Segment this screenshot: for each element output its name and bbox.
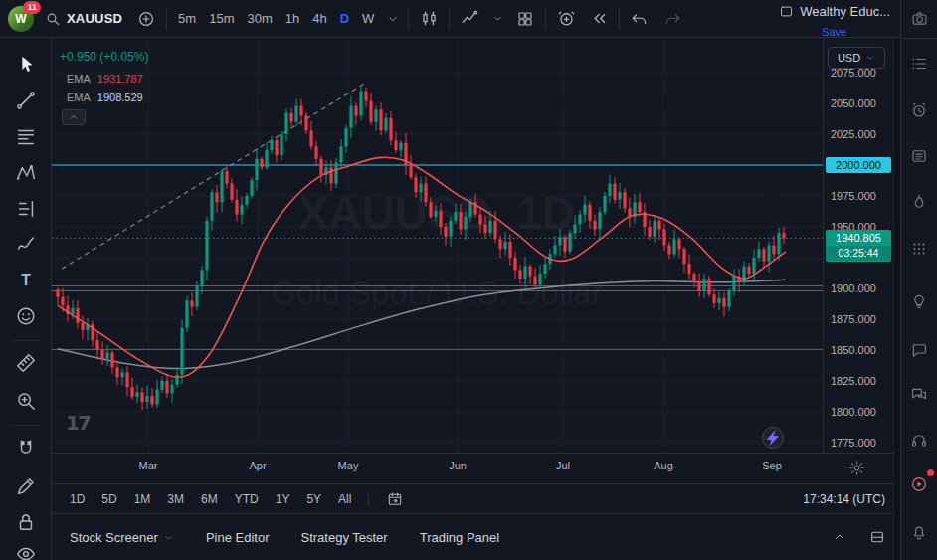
tab-label: Pine Editor <box>206 530 270 545</box>
indicator-legend-row[interactable]: EMA1908.529 <box>60 91 150 104</box>
month-label: Jun <box>441 460 474 471</box>
divider <box>368 492 369 506</box>
layout-grid-icon[interactable] <box>512 6 538 32</box>
price-change-label: +0.950 (+0.05%) <box>60 50 150 64</box>
camera-icon[interactable] <box>906 5 932 31</box>
range-1d[interactable]: 1D <box>70 492 85 506</box>
tab-pine-editor[interactable]: Pine Editor <box>206 530 270 545</box>
tradingview-app: W 11 XAUUSD 5m15m30m1h4hDW Wealthy Educ.… <box>0 0 937 560</box>
symbol-label: XAUUSD <box>67 11 122 26</box>
undo-icon[interactable] <box>627 6 653 32</box>
price-label: 2050.000 <box>831 96 876 110</box>
vertical-scrollbar[interactable] <box>893 38 900 560</box>
chat-cloud-icon[interactable] <box>906 337 932 363</box>
interval-switcher: 5m15m30m1h4hDW <box>174 11 378 26</box>
play-circle-icon[interactable] <box>906 471 932 497</box>
toolbar-divider <box>408 8 409 30</box>
currency-select[interactable]: USD <box>828 47 885 69</box>
save-button[interactable]: Save <box>822 26 846 39</box>
toolbar-divider <box>449 8 450 30</box>
indicator-legend-row[interactable]: EMA1931.787 <box>60 72 150 86</box>
price-label: 1875.000 <box>831 312 876 326</box>
chat-bubbles-icon[interactable] <box>906 382 932 408</box>
news-icon[interactable] <box>906 143 932 169</box>
candle-style-icon[interactable] <box>416 6 442 32</box>
go-to-date-icon[interactable] <box>386 486 404 512</box>
interval-4h[interactable]: 4h <box>312 11 326 26</box>
indicators-icon[interactable] <box>457 6 482 32</box>
tab-stock-screener[interactable]: Stock Screener <box>70 530 174 545</box>
svg-text:Gold Spot / U.S. Dollar: Gold Spot / U.S. Dollar <box>271 275 603 311</box>
range-all[interactable]: All <box>338 492 351 506</box>
bottom-panel-tabs: Stock ScreenerPine EditorStrategy Tester… <box>52 513 893 560</box>
indicator-value: 1908.529 <box>97 92 143 103</box>
lock-icon[interactable] <box>10 506 42 538</box>
layout-title: Wealthy Educ... <box>800 5 890 18</box>
compare-add-icon[interactable] <box>133 6 159 32</box>
range-buttons: 1D5D1M3M6MYTD1Y5YAll <box>70 492 351 506</box>
flame-icon[interactable] <box>906 189 932 215</box>
symbol-search[interactable]: XAUUSD <box>41 5 126 33</box>
text-icon[interactable]: T <box>10 265 42 296</box>
interval-1h[interactable]: 1h <box>285 11 299 26</box>
price-label: 1900.000 <box>831 281 876 295</box>
time-axis[interactable]: MarAprMayJunJulAugSep <box>52 453 893 483</box>
range-6m[interactable]: 6M <box>201 492 218 506</box>
interval-30m[interactable]: 30m <box>247 11 272 26</box>
month-label: Apr <box>241 460 275 471</box>
interval-w[interactable]: W <box>362 11 374 26</box>
layout-menu[interactable]: Wealthy Educ... Save <box>778 0 892 39</box>
lightbulb-icon[interactable] <box>906 288 932 314</box>
redo-icon[interactable] <box>659 6 685 32</box>
collapse-legend-button[interactable] <box>62 109 86 125</box>
watchlist-icon[interactable] <box>906 51 932 77</box>
interval-d[interactable]: D <box>340 11 349 26</box>
brush-icon[interactable] <box>10 229 42 261</box>
range-3m[interactable]: 3M <box>167 492 184 506</box>
interval-5m[interactable]: 5m <box>178 11 196 26</box>
bar-replay-icon[interactable] <box>586 6 612 32</box>
panel-restore-icon[interactable] <box>869 524 885 550</box>
trend-line-icon[interactable] <box>10 85 42 116</box>
eye-icon[interactable] <box>10 538 42 560</box>
date-range-toolbar: 1D5D1M3M6MYTD1Y5YAll 17:34:14 (UTC) <box>52 483 893 513</box>
fib-retracement-icon[interactable] <box>10 121 42 153</box>
zoom-in-icon[interactable] <box>10 385 42 417</box>
headset-icon[interactable] <box>906 428 932 454</box>
range-5d[interactable]: 5D <box>101 492 116 506</box>
tab-strategy-tester[interactable]: Strategy Tester <box>300 530 387 545</box>
cursor-icon[interactable] <box>10 49 42 81</box>
bell-icon[interactable] <box>906 519 932 545</box>
tradingview-logo[interactable]: 17 <box>66 411 90 435</box>
chevron-down-icon[interactable] <box>385 6 401 32</box>
chart-settings-gear-icon[interactable] <box>848 460 866 477</box>
chart-legend: +0.950 (+0.05%) EMA1931.787EMA1908.529 <box>60 50 150 125</box>
interval-15m[interactable]: 15m <box>209 11 234 26</box>
apps-grid-icon[interactable] <box>906 236 932 262</box>
chevron-down-icon[interactable] <box>489 6 505 32</box>
forecast-icon[interactable] <box>10 193 42 225</box>
bar-countdown: 03:25:44 <box>826 246 891 261</box>
range-5y[interactable]: 5Y <box>306 492 321 506</box>
tab-trading-panel[interactable]: Trading Panel <box>420 530 499 545</box>
range-1m[interactable]: 1M <box>134 492 151 506</box>
range-ytd[interactable]: YTD <box>235 492 259 506</box>
chart-region: XAUUSD, 1DGold Spot / U.S. Dollar +0.950… <box>52 38 900 560</box>
range-1y[interactable]: 1Y <box>276 492 290 506</box>
edit-icon[interactable] <box>10 470 42 502</box>
alert-icon[interactable] <box>553 6 579 32</box>
chart-canvas[interactable]: XAUUSD, 1DGold Spot / U.S. Dollar <box>52 38 823 453</box>
expand-panel-icon[interactable] <box>832 524 847 550</box>
measure-icon[interactable] <box>10 347 42 379</box>
divider <box>901 38 937 39</box>
magnet-icon[interactable] <box>10 433 42 465</box>
chevron-down-icon <box>865 45 875 71</box>
emoji-icon[interactable] <box>10 300 42 332</box>
xabcd-pattern-icon[interactable] <box>10 157 42 189</box>
app-logo[interactable]: W 11 <box>8 6 34 32</box>
indicator-name: EMA <box>67 73 91 85</box>
price-label: 1850.000 <box>831 343 876 357</box>
alarm-clock-icon[interactable] <box>906 97 932 123</box>
price-axis[interactable]: USD 2075.0002050.0002025.0001975.0001950… <box>823 38 893 453</box>
layout-square-icon <box>778 0 794 25</box>
